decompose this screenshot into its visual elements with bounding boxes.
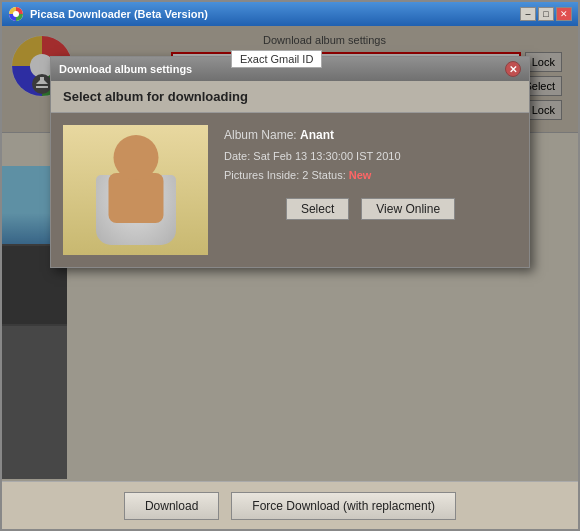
album-photo <box>63 125 208 255</box>
app-icon <box>8 6 24 22</box>
album-name-label-modal: Album Name: <box>224 128 297 142</box>
title-buttons: – □ ✕ <box>520 7 572 21</box>
modal-actions: Select View Online <box>224 198 517 220</box>
close-button[interactable]: ✕ <box>556 7 572 21</box>
force-download-button[interactable]: Force Download (with replacment) <box>231 492 456 520</box>
album-name-value-modal: Anant <box>300 128 334 142</box>
bottom-bar: Download Force Download (with replacment… <box>2 481 578 529</box>
title-bar-left: Picasa Downloader (Beta Version) <box>8 6 208 22</box>
view-online-button[interactable]: View Online <box>361 198 455 220</box>
window-title: Picasa Downloader (Beta Version) <box>30 8 208 20</box>
modal-close-button[interactable]: ✕ <box>505 61 521 77</box>
album-name-row-modal: Album Name: Anant <box>224 125 517 147</box>
modal-body: Album Name: Anant Date: Sat Feb 13 13:30… <box>51 113 529 267</box>
date-value: Sat Feb 13 13:30:00 IST 2010 <box>253 150 400 162</box>
modal-title: Download album settings <box>59 63 192 75</box>
status-label: Status: <box>311 169 345 181</box>
download-button[interactable]: Download <box>124 492 219 520</box>
pictures-value: 2 <box>302 169 308 181</box>
album-date-row: Date: Sat Feb 13 13:30:00 IST 2010 <box>224 147 517 167</box>
album-info: Album Name: Anant Date: Sat Feb 13 13:30… <box>224 125 517 220</box>
main-content: Download album settings User: Exact Gmai… <box>2 26 578 529</box>
modal-overlay: Download album settings ✕ Select album f… <box>2 26 578 529</box>
pictures-label: Pictures Inside: <box>224 169 299 181</box>
modal-dialog: Download album settings ✕ Select album f… <box>50 56 530 268</box>
album-pics-row: Pictures Inside: 2 Status: New <box>224 166 517 186</box>
title-bar: Picasa Downloader (Beta Version) – □ ✕ <box>2 2 578 26</box>
status-value: New <box>349 169 372 181</box>
baby-background <box>63 125 208 255</box>
modal-header-text: Select album for downloading <box>63 89 248 104</box>
maximize-button[interactable]: □ <box>538 7 554 21</box>
modal-header: Select album for downloading <box>51 81 529 113</box>
main-window: Picasa Downloader (Beta Version) – □ ✕ <box>0 0 580 531</box>
date-label: Date: <box>224 150 250 162</box>
baby-body <box>108 173 163 223</box>
minimize-button[interactable]: – <box>520 7 536 21</box>
baby-head <box>113 135 158 180</box>
gmail-tooltip: Exact Gmail ID <box>231 50 322 68</box>
svg-point-1 <box>13 11 19 17</box>
select-button[interactable]: Select <box>286 198 349 220</box>
